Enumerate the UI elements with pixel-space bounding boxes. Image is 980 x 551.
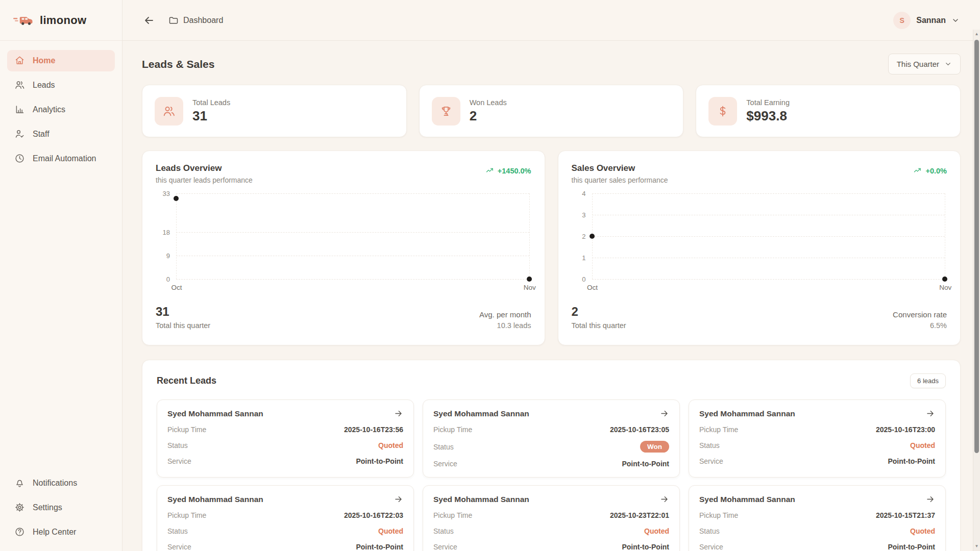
scrollbar[interactable]: ▲ ▼ — [973, 30, 980, 551]
data-point-nov[interactable] — [527, 277, 532, 282]
field-label-service: Service — [433, 543, 457, 551]
x-tick-label: Oct — [172, 284, 182, 291]
gridline — [176, 256, 529, 256]
field-label-pickup-time: Pickup Time — [699, 511, 738, 519]
service-value: Point-to-Point — [888, 457, 935, 465]
field-label-pickup-time: Pickup Time — [167, 511, 206, 519]
x-tick-label: Oct — [587, 284, 598, 291]
lead-card[interactable]: Syed Mohammad Sannan Pickup Time 2025-10… — [423, 399, 680, 478]
arrow-right-icon[interactable] — [925, 409, 935, 418]
y-tick-label: 33 — [163, 190, 170, 197]
y-tick-label: 0 — [166, 276, 170, 283]
trend-value: +1450.0% — [498, 167, 531, 175]
gear-icon — [14, 502, 26, 513]
app-name: limonow — [40, 14, 86, 27]
service-value: Point-to-Point — [356, 457, 403, 465]
chart-subtitle: this quarter sales performance — [572, 176, 668, 184]
user-menu[interactable]: S Sannan — [893, 12, 960, 29]
sidebar-item-settings[interactable]: Settings — [7, 497, 115, 518]
avatar: S — [893, 12, 911, 29]
trophy-icon — [432, 97, 460, 126]
scrollbar-thumb[interactable] — [974, 40, 979, 453]
arrow-right-icon[interactable] — [659, 494, 669, 504]
recent-leads-section: Recent Leads 6 leads Syed Mohammad Sanna… — [142, 360, 961, 551]
chart-secondary-value: 10.3 leads — [479, 321, 531, 330]
x-tick-label: Nov — [524, 284, 536, 291]
field-label-status: Status — [167, 527, 188, 535]
lead-card[interactable]: Syed Mohammad Sannan Pickup Time 2025-10… — [689, 399, 946, 478]
service-value: Point-to-Point — [622, 543, 669, 551]
people-icon — [155, 97, 183, 126]
stat-card-total-leads: Total Leads 31 — [142, 85, 407, 137]
field-label-pickup-time: Pickup Time — [167, 425, 206, 434]
trend-value: +0.0% — [925, 167, 947, 175]
arrow-right-icon[interactable] — [394, 409, 403, 418]
sidebar-item-email-automation[interactable]: Email Automation — [7, 148, 115, 169]
stat-card-won-leads: Won Leads 2 — [419, 85, 684, 137]
chart-secondary-label: Avg. per month — [479, 310, 531, 319]
period-filter-value: This Quarter — [897, 60, 939, 68]
pickup-time-value: 2025-10-16T22:03 — [344, 511, 403, 519]
y-tick-label: 0 — [582, 276, 585, 283]
y-tick-label: 2 — [582, 233, 585, 240]
lead-card[interactable]: Syed Mohammad Sannan Pickup Time 2025-10… — [157, 485, 414, 551]
gridline — [529, 193, 530, 279]
gridline — [592, 215, 945, 215]
field-label-pickup-time: Pickup Time — [699, 425, 738, 434]
lead-name: Syed Mohammad Sannan — [699, 495, 795, 504]
leads-overview-card: Leads Overview this quarter leads perfor… — [142, 151, 545, 345]
service-value: Point-to-Point — [356, 543, 403, 551]
pickup-time-value: 2025-10-16T23:05 — [610, 425, 669, 434]
sidebar-item-notifications[interactable]: Notifications — [7, 472, 115, 494]
lead-card[interactable]: Syed Mohammad Sannan Pickup Time 2025-10… — [689, 485, 946, 551]
app-logo[interactable]: limonow — [0, 0, 122, 41]
gridline — [592, 236, 945, 237]
y-tick-label: 4 — [582, 190, 585, 197]
data-point-oct[interactable] — [174, 196, 179, 201]
field-label-pickup-time: Pickup Time — [433, 511, 472, 519]
back-button[interactable] — [143, 13, 157, 28]
gridline — [176, 193, 177, 279]
pickup-time-value: 2025-10-16T23:56 — [344, 425, 403, 434]
arrow-right-icon[interactable] — [925, 494, 935, 504]
sidebar-item-leads[interactable]: Leads — [7, 74, 115, 96]
period-filter-select[interactable]: This Quarter — [888, 54, 961, 74]
gridline — [592, 193, 945, 194]
chart-plot-area: 43210OctNov — [572, 190, 947, 291]
data-point-oct[interactable] — [590, 234, 595, 239]
gridline — [592, 279, 945, 280]
user-name: Sannan — [916, 16, 946, 25]
help-icon — [14, 527, 26, 538]
scroll-up-arrow[interactable]: ▲ — [973, 31, 980, 38]
trend-badge: +1450.0% — [485, 166, 531, 175]
lead-card[interactable]: Syed Mohammad Sannan Pickup Time 2025-10… — [157, 399, 414, 478]
lead-card[interactable]: Syed Mohammad Sannan Pickup Time 2025-10… — [423, 485, 680, 551]
sidebar-item-help-center[interactable]: Help Center — [7, 521, 115, 543]
chart-plot-area: 331890OctNov — [156, 190, 531, 291]
x-tick-label: Nov — [939, 284, 951, 291]
limo-logo-icon — [13, 14, 35, 26]
sidebar-item-home[interactable]: Home — [7, 50, 115, 71]
sidebar-item-label: Settings — [33, 503, 62, 512]
y-tick-label: 3 — [582, 211, 585, 219]
status-badge: Won — [640, 441, 669, 453]
pickup-time-value: 2025-10-23T22:01 — [610, 511, 669, 519]
arrow-right-icon[interactable] — [659, 409, 669, 418]
stat-label: Total Earning — [746, 98, 790, 107]
stat-value: $993.8 — [746, 108, 790, 124]
breadcrumb-label: Dashboard — [183, 16, 223, 25]
leads-icon — [14, 80, 26, 91]
field-label-status: Status — [699, 441, 720, 449]
data-point-nov[interactable] — [942, 277, 947, 282]
stat-value: 2 — [470, 108, 507, 124]
breadcrumb[interactable]: Dashboard — [168, 15, 223, 26]
field-label-status: Status — [167, 441, 188, 449]
stat-label: Total Leads — [192, 98, 230, 107]
scroll-down-arrow[interactable]: ▼ — [973, 543, 980, 550]
sidebar-item-staff[interactable]: Staff — [7, 123, 115, 145]
chevron-down-icon — [951, 16, 960, 24]
sidebar-item-analytics[interactable]: Analytics — [7, 99, 115, 120]
page-title: Leads & Sales — [142, 58, 214, 70]
charts-row: Leads Overview this quarter leads perfor… — [142, 151, 961, 345]
arrow-right-icon[interactable] — [394, 494, 403, 504]
